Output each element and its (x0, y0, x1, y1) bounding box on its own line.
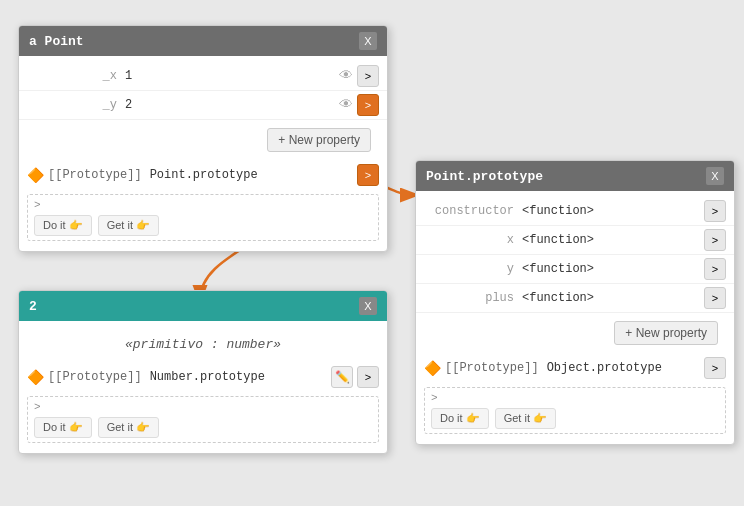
eye-icon-y[interactable]: 👁 (339, 97, 353, 113)
prototype-icon: 🔶 (27, 167, 44, 184)
number-prototype-label: [[Prototype]] (48, 370, 142, 384)
a-point-panel: a Point X _x 1 👁 > _y 2 👁 > + New proper… (18, 25, 388, 252)
pp-prototype-value: Object.prototype (543, 361, 700, 375)
prop-row-pp-y: y <function> > (416, 255, 734, 284)
prop-arrow-btn-constructor[interactable]: > (704, 200, 726, 222)
prop-row-y: _y 2 👁 > (19, 91, 387, 120)
prop-value-plus: <function> (518, 291, 700, 305)
point-prototype-body: constructor <function> > x <function> > … (416, 191, 734, 444)
pp-prototype-row: 🔶 [[Prototype]] Object.prototype > (416, 353, 734, 383)
prop-row-plus: plus <function> > (416, 284, 734, 313)
pp-prototype-icon: 🔶 (424, 360, 441, 377)
a-point-body: _x 1 👁 > _y 2 👁 > + New property 🔶 [[Pro… (19, 56, 387, 251)
prototype-row: 🔶 [[Prototype]] Point.prototype > (19, 160, 387, 190)
prop-value-pp-y: <function> (518, 262, 700, 276)
point-prototype-panel: Point.prototype X constructor <function>… (415, 160, 735, 445)
prop-value-x: 1 (121, 69, 335, 83)
a-point-header: a Point X (19, 26, 387, 56)
dashed-label: > (34, 199, 372, 211)
get-it-button[interactable]: Get it 👉 (98, 215, 159, 236)
point-prototype-title: Point.prototype (426, 169, 543, 184)
pp-do-it-button[interactable]: Do it 👉 (431, 408, 489, 429)
number-get-it-button[interactable]: Get it 👉 (98, 417, 159, 438)
primitive-text: «primitivo : number» (19, 327, 387, 362)
number-header: 2 X (19, 291, 387, 321)
prototype-value: Point.prototype (146, 168, 353, 182)
eye-icon-x[interactable]: 👁 (339, 68, 353, 84)
prop-name-constructor: constructor (424, 204, 514, 218)
prop-row-constructor: constructor <function> > (416, 197, 734, 226)
number-do-it-button[interactable]: Do it 👉 (34, 417, 92, 438)
pp-action-buttons: Do it 👉 Get it 👉 (431, 408, 719, 429)
action-buttons: Do it 👉 Get it 👉 (34, 215, 372, 236)
pp-prototype-arrow-btn[interactable]: > (704, 357, 726, 379)
prototype-arrow-btn[interactable]: > (357, 164, 379, 186)
prop-arrow-btn-plus[interactable]: > (704, 287, 726, 309)
number-action-buttons: Do it 👉 Get it 👉 (34, 417, 372, 438)
number-close-button[interactable]: X (359, 297, 377, 315)
number-prototype-arrow-btn[interactable]: > (357, 366, 379, 388)
number-dashed-label: > (34, 401, 372, 413)
pp-dashed-label: > (431, 392, 719, 404)
a-point-close-button[interactable]: X (359, 32, 377, 50)
do-it-button[interactable]: Do it 👉 (34, 215, 92, 236)
prop-arrow-btn-pp-x[interactable]: > (704, 229, 726, 251)
pp-get-it-button[interactable]: Get it 👉 (495, 408, 556, 429)
new-property-button[interactable]: + New property (267, 128, 371, 152)
prop-name-y: _y (27, 98, 117, 112)
number-prototype-icon: 🔶 (27, 369, 44, 386)
number-title: 2 (29, 299, 37, 314)
number-prototype-row: 🔶 [[Prototype]] Number.prototype ✏️ > (19, 362, 387, 392)
number-body: «primitivo : number» 🔶 [[Prototype]] Num… (19, 321, 387, 453)
prop-name-pp-x: x (424, 233, 514, 247)
prop-name-plus: plus (424, 291, 514, 305)
prop-value-pp-x: <function> (518, 233, 700, 247)
prop-name-pp-y: y (424, 262, 514, 276)
prop-name-x: _x (27, 69, 117, 83)
pp-dashed-section: > Do it 👉 Get it 👉 (424, 387, 726, 434)
number-prototype-value: Number.prototype (146, 370, 327, 384)
number-panel: 2 X «primitivo : number» 🔶 [[Prototype]]… (18, 290, 388, 454)
prop-value-y: 2 (121, 98, 335, 112)
point-prototype-close-button[interactable]: X (706, 167, 724, 185)
pp-prototype-label: [[Prototype]] (445, 361, 539, 375)
prop-arrow-btn-pp-y[interactable]: > (704, 258, 726, 280)
pp-new-property-button[interactable]: + New property (614, 321, 718, 345)
prop-value-constructor: <function> (518, 204, 700, 218)
prop-row-x: _x 1 👁 > (19, 62, 387, 91)
eraser-button[interactable]: ✏️ (331, 366, 353, 388)
prop-arrow-btn-y[interactable]: > (357, 94, 379, 116)
point-prototype-header: Point.prototype X (416, 161, 734, 191)
prototype-label: [[Prototype]] (48, 168, 142, 182)
prop-arrow-btn-x[interactable]: > (357, 65, 379, 87)
number-dashed-section: > Do it 👉 Get it 👉 (27, 396, 379, 443)
dashed-section: > Do it 👉 Get it 👉 (27, 194, 379, 241)
a-point-title: a Point (29, 34, 84, 49)
prop-row-pp-x: x <function> > (416, 226, 734, 255)
